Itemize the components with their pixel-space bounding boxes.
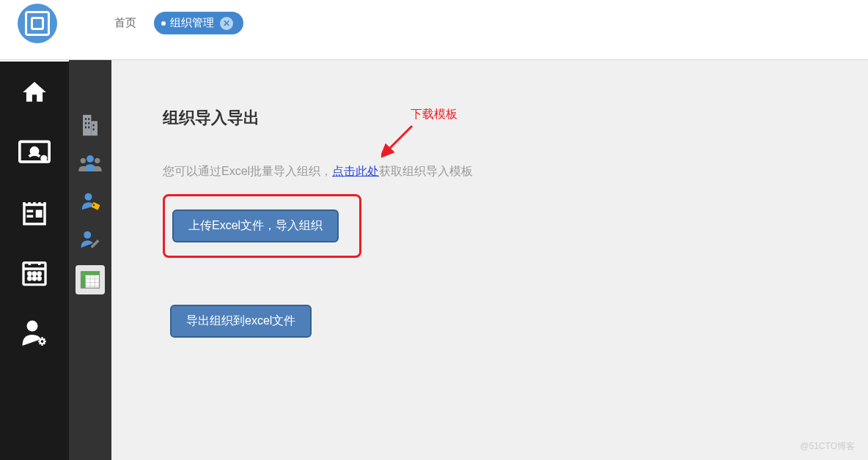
home-icon[interactable]: [18, 78, 51, 107]
svg-point-2: [42, 157, 46, 161]
svg-rect-4: [27, 215, 34, 218]
watermark: @51CTO博客: [800, 440, 855, 453]
breadcrumb-active-label: 组织管理: [170, 16, 214, 30]
users-icon[interactable]: [78, 151, 103, 176]
primary-sidebar: [0, 60, 69, 460]
svg-rect-23: [93, 125, 95, 127]
svg-line-35: [387, 126, 412, 151]
person-tag-icon[interactable]: [78, 189, 103, 214]
breadcrumb: 首页 组织管理 ✕: [101, 12, 243, 34]
svg-point-7: [29, 272, 31, 275]
upload-excel-button[interactable]: 上传Excel文件，导入组织: [172, 209, 339, 242]
svg-rect-17: [85, 118, 87, 120]
svg-point-11: [33, 278, 35, 280]
news-icon[interactable]: [18, 198, 51, 227]
download-template-link[interactable]: 点击此处: [332, 165, 379, 177]
hint-before: 您可以通过Excel批量导入组织，: [163, 165, 332, 177]
header: 首页 组织管理 ✕: [0, 0, 868, 60]
svg-rect-21: [85, 126, 87, 128]
svg-rect-18: [88, 118, 89, 120]
svg-rect-5: [36, 210, 43, 218]
svg-rect-19: [85, 122, 87, 125]
svg-rect-16: [91, 121, 98, 136]
app-logo[interactable]: [18, 4, 57, 43]
svg-rect-33: [81, 272, 100, 275]
svg-point-9: [38, 272, 40, 275]
svg-point-28: [85, 193, 92, 201]
monitor-icon[interactable]: [18, 138, 51, 167]
svg-point-13: [27, 321, 38, 332]
svg-point-26: [81, 158, 86, 163]
building-icon[interactable]: [78, 113, 103, 138]
svg-point-8: [33, 272, 35, 275]
close-icon[interactable]: ✕: [220, 17, 233, 30]
svg-rect-24: [93, 128, 95, 130]
breadcrumb-active-tab[interactable]: 组织管理 ✕: [154, 12, 243, 34]
main-content: 组织导入导出 下载模板 您可以通过Excel批量导入组织，点击此处获取组织导入模…: [111, 60, 868, 460]
svg-rect-34: [81, 275, 86, 289]
user-settings-icon[interactable]: [18, 318, 51, 347]
user-edit-icon[interactable]: [78, 227, 103, 252]
spreadsheet-icon[interactable]: [76, 265, 105, 294]
svg-point-31: [84, 231, 91, 239]
svg-rect-15: [83, 115, 91, 136]
page-title: 组织导入导出: [163, 107, 833, 129]
upload-highlight-box: 上传Excel文件，导入组织: [163, 194, 361, 258]
svg-point-27: [95, 158, 100, 163]
svg-point-30: [93, 204, 95, 207]
calendar-icon[interactable]: [18, 258, 51, 287]
svg-rect-3: [27, 210, 34, 213]
svg-point-10: [29, 278, 31, 280]
hint-text: 您可以通过Excel批量导入组织，点击此处获取组织导入模板: [163, 164, 833, 179]
svg-point-12: [38, 278, 40, 280]
export-excel-button[interactable]: 导出组织到excel文件: [170, 305, 312, 338]
secondary-sidebar: [69, 60, 111, 460]
hint-after: 获取组织导入模板: [379, 165, 473, 177]
svg-rect-20: [88, 122, 89, 125]
svg-rect-29: [91, 202, 100, 210]
svg-point-14: [40, 339, 45, 344]
svg-point-25: [87, 155, 94, 163]
breadcrumb-home[interactable]: 首页: [101, 12, 150, 34]
svg-rect-22: [88, 126, 89, 128]
